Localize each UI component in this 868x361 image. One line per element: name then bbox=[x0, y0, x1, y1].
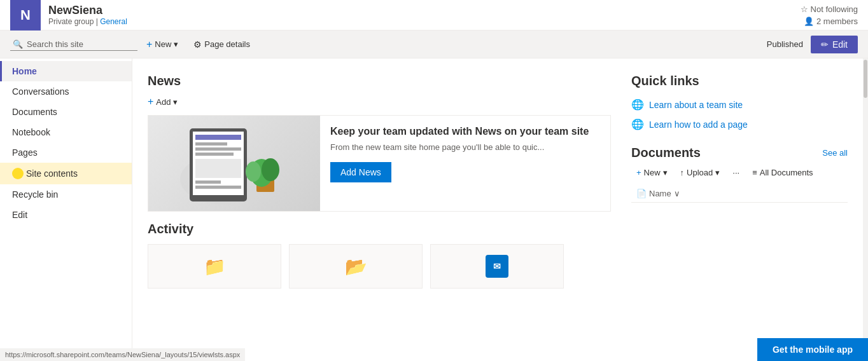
news-image bbox=[148, 116, 320, 211]
outlook-icon: ✉ bbox=[486, 255, 508, 278]
plus-icon: + bbox=[146, 39, 152, 50]
header-right: ☆ Not following 👤 2 members bbox=[801, 4, 858, 26]
docs-more-btn[interactable]: ··· bbox=[727, 165, 745, 180]
site-icon: N bbox=[10, 0, 41, 31]
toolbar-left: 🔍 Search this site + New ▾ ⚙ Page detail… bbox=[10, 35, 764, 54]
name-col-label: Name bbox=[649, 189, 671, 198]
docs-toolbar: + New ▾ ↑ Upload ▾ ··· ≡ All Documents bbox=[631, 165, 848, 180]
main-layout: Home Conversations Documents Notebook Pa… bbox=[0, 58, 868, 361]
star-icon: ☆ bbox=[801, 4, 808, 14]
activity-card-3: ✉ bbox=[430, 244, 564, 289]
person-icon: 👤 bbox=[804, 17, 814, 26]
quick-link-2[interactable]: 🌐 Learn how to add a page bbox=[631, 118, 848, 130]
new-button[interactable]: + New ▾ bbox=[140, 35, 185, 54]
svg-rect-6 bbox=[195, 153, 234, 156]
site-channel[interactable]: General bbox=[100, 17, 127, 26]
activity-card-1: 📁 bbox=[148, 244, 281, 289]
upload-icon: ↑ bbox=[680, 168, 685, 177]
activity-card-2: 📂 bbox=[289, 244, 423, 289]
chevron-news: ▾ bbox=[173, 97, 178, 107]
activity-title: Activity bbox=[148, 222, 611, 236]
notebook-label: Notebook bbox=[12, 127, 50, 137]
page-details-label: Page details bbox=[204, 39, 250, 49]
mobile-app-button[interactable]: Get the mobile app bbox=[757, 338, 868, 361]
svg-rect-8 bbox=[195, 180, 221, 184]
sidebar-item-conversations[interactable]: Conversations bbox=[0, 81, 132, 102]
sidebar-item-home[interactable]: Home bbox=[0, 61, 132, 81]
all-docs-label: All Documents bbox=[760, 168, 813, 177]
scrollbar[interactable] bbox=[863, 58, 868, 361]
docs-all-docs-btn[interactable]: ≡ All Documents bbox=[747, 165, 818, 180]
search-placeholder: Search this site bbox=[27, 39, 83, 49]
edit-nav-label: Edit bbox=[12, 210, 27, 220]
docs-header: Documents See all bbox=[631, 146, 848, 160]
news-headline: Keep your team updated with News on your… bbox=[330, 126, 589, 137]
content-main: News + Add ▾ bbox=[148, 74, 611, 346]
sidebar-item-pages[interactable]: Pages bbox=[0, 142, 132, 163]
svg-point-13 bbox=[246, 161, 261, 182]
docs-new-label: New bbox=[644, 168, 661, 177]
new-label: New bbox=[155, 39, 171, 49]
search-bar[interactable]: 🔍 Search this site bbox=[10, 38, 137, 51]
quick-links-title: Quick links bbox=[631, 74, 848, 88]
gear-icon: ⚙ bbox=[193, 39, 202, 50]
conversations-label: Conversations bbox=[12, 86, 69, 97]
quick-link-1[interactable]: 🌐 Learn about a team site bbox=[631, 99, 848, 111]
news-illustration bbox=[148, 116, 320, 211]
search-icon: 🔍 bbox=[13, 39, 23, 49]
chevron-down-icon: ▾ bbox=[174, 39, 178, 49]
sidebar-item-recycle-bin[interactable]: Recycle bin bbox=[0, 184, 132, 205]
plus-icon-news: + bbox=[148, 96, 153, 107]
documents-label: Documents bbox=[12, 107, 57, 117]
add-label: Add bbox=[156, 97, 171, 107]
edit-label: Edit bbox=[832, 39, 848, 50]
globe-icon-2: 🌐 bbox=[631, 118, 644, 130]
members-label: 2 members bbox=[816, 17, 858, 26]
site-info: NewSiena Private group | General bbox=[48, 4, 801, 26]
globe-icon-1: 🌐 bbox=[631, 99, 644, 111]
see-all-link[interactable]: See all bbox=[822, 148, 848, 158]
edit-button[interactable]: ✏ Edit bbox=[811, 36, 858, 53]
file-col-icon: 📄 bbox=[636, 189, 647, 198]
members-btn[interactable]: 👤 2 members bbox=[804, 17, 858, 26]
not-following-btn[interactable]: ☆ Not following bbox=[801, 4, 858, 14]
sort-icon: ∨ bbox=[674, 189, 680, 198]
sidebar-item-notebook[interactable]: Notebook bbox=[0, 122, 132, 142]
svg-point-12 bbox=[262, 158, 279, 181]
news-description: From the new team site home page you'll … bbox=[330, 142, 589, 152]
home-label: Home bbox=[12, 66, 37, 76]
sidebar-item-site-contents[interactable]: Site contents bbox=[0, 163, 132, 184]
site-group: Private group bbox=[48, 17, 94, 26]
not-following-label: Not following bbox=[811, 4, 858, 14]
svg-rect-9 bbox=[195, 186, 241, 189]
documents-section: Documents See all + New ▾ ↑ Upload ▾ bbox=[631, 146, 848, 203]
svg-rect-3 bbox=[195, 135, 241, 140]
sidebar-item-edit[interactable]: Edit bbox=[0, 205, 132, 225]
docs-new-btn[interactable]: + New ▾ bbox=[631, 165, 673, 180]
news-body: Keep your team updated with News on your… bbox=[320, 116, 599, 211]
activity-section: Activity 📁 📂 ✉ bbox=[148, 222, 611, 289]
pencil-icon: ✏ bbox=[821, 39, 829, 50]
folder-icon: 📁 bbox=[204, 256, 226, 277]
add-news-btn[interactable]: + Add ▾ bbox=[148, 96, 178, 107]
published-label: Published bbox=[767, 39, 803, 49]
news-section: News + Add ▾ bbox=[148, 74, 611, 212]
news-card: Keep your team updated with News on your… bbox=[148, 115, 611, 212]
site-header: N NewSiena Private group | General ☆ Not… bbox=[0, 0, 868, 31]
docs-title: Documents bbox=[631, 146, 701, 160]
add-news-button[interactable]: Add News bbox=[330, 162, 391, 182]
sidebar-item-documents[interactable]: Documents bbox=[0, 102, 132, 122]
more-icon: ··· bbox=[732, 168, 739, 177]
list-icon: ≡ bbox=[752, 168, 757, 177]
page-details-button[interactable]: ⚙ Page details bbox=[187, 36, 256, 53]
toolbar: 🔍 Search this site + New ▾ ⚙ Page detail… bbox=[0, 31, 868, 58]
docs-upload-btn[interactable]: ↑ Upload ▾ bbox=[675, 165, 725, 180]
plus-docs-icon: + bbox=[636, 168, 641, 177]
scrollbar-thumb[interactable] bbox=[864, 60, 867, 98]
recycle-bin-label: Recycle bin bbox=[12, 189, 58, 200]
activity-cards: 📁 📂 ✉ bbox=[148, 244, 611, 289]
pages-label: Pages bbox=[12, 147, 38, 158]
news-title: News bbox=[148, 74, 611, 88]
status-url: https://microsoft.sharepoint.com/teams/N… bbox=[5, 351, 240, 358]
docs-upload-label: Upload bbox=[687, 168, 713, 177]
